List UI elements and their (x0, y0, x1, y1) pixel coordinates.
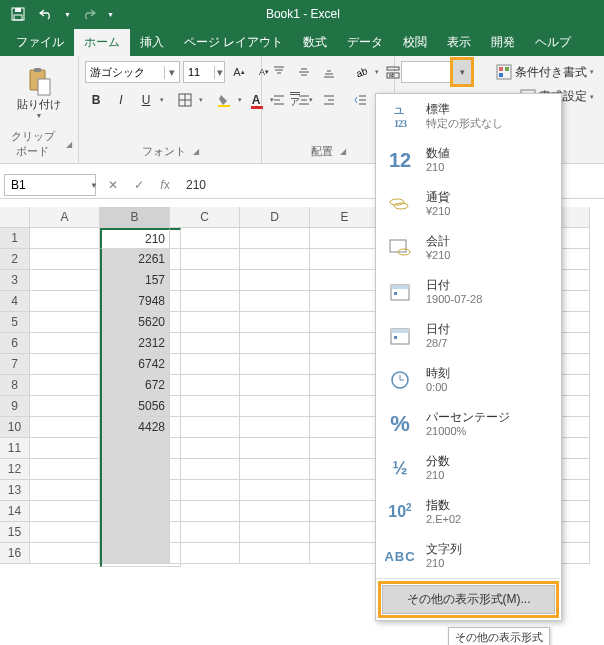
cell[interactable] (310, 228, 380, 249)
row-header[interactable]: 2 (0, 249, 30, 270)
more-number-formats-button[interactable]: その他の表示形式(M)... (382, 585, 555, 614)
row-header[interactable]: 7 (0, 354, 30, 375)
font-size-combo[interactable]: ▾ (183, 61, 225, 83)
cell[interactable] (310, 312, 380, 333)
number-format-option[interactable]: ½分数210 (376, 446, 561, 490)
row-header[interactable]: 9 (0, 396, 30, 417)
cancel-formula-icon[interactable]: ✕ (100, 178, 126, 192)
cell[interactable] (170, 480, 240, 501)
col-header[interactable]: A (30, 207, 100, 228)
cell[interactable] (170, 270, 240, 291)
align-middle-icon[interactable] (293, 60, 315, 84)
number-format-option[interactable]: %パーセンテージ21000% (376, 402, 561, 446)
align-launcher-icon[interactable]: ◢ (340, 147, 346, 156)
cell[interactable]: 6742 (100, 354, 170, 375)
name-box[interactable]: ▼ (4, 174, 96, 196)
bold-button[interactable]: B (85, 88, 107, 112)
cell[interactable] (30, 417, 100, 438)
cell[interactable] (310, 417, 380, 438)
orientation-icon[interactable]: ab (350, 60, 372, 84)
row-header[interactable]: 16 (0, 543, 30, 564)
cell[interactable]: 4428 (100, 417, 170, 438)
cell[interactable] (240, 438, 310, 459)
align-top-icon[interactable] (268, 60, 290, 84)
qat-customize-icon[interactable]: ▼ (107, 11, 114, 18)
row-header[interactable]: 14 (0, 501, 30, 522)
cell[interactable] (170, 354, 240, 375)
cell[interactable] (310, 459, 380, 480)
redo-icon[interactable] (79, 4, 99, 24)
cell[interactable] (310, 543, 380, 564)
cell[interactable] (30, 438, 100, 459)
number-format-option[interactable]: 102指数2.E+02 (376, 490, 561, 534)
cell[interactable] (30, 480, 100, 501)
chevron-down-icon[interactable]: ▾ (375, 68, 379, 76)
cell[interactable] (240, 459, 310, 480)
font-launcher-icon[interactable]: ◢ (193, 147, 199, 156)
col-header[interactable]: B (100, 207, 170, 228)
cell[interactable] (100, 438, 170, 459)
tab-formulas[interactable]: 数式 (293, 29, 337, 56)
cell[interactable] (240, 270, 310, 291)
cell[interactable]: 672 (100, 375, 170, 396)
cell[interactable] (170, 438, 240, 459)
cell[interactable] (310, 291, 380, 312)
cell[interactable]: 5620 (100, 312, 170, 333)
cell[interactable] (30, 375, 100, 396)
cell[interactable]: 7948 (100, 291, 170, 312)
tab-home[interactable]: ホーム (74, 29, 130, 56)
cell[interactable] (310, 501, 380, 522)
cell[interactable] (240, 354, 310, 375)
chevron-down-icon[interactable]: ▾ (199, 96, 203, 104)
clipboard-launcher-icon[interactable]: ◢ (66, 140, 72, 149)
cell[interactable] (170, 396, 240, 417)
cell[interactable] (310, 522, 380, 543)
tab-insert[interactable]: 挿入 (130, 29, 174, 56)
cell[interactable] (310, 438, 380, 459)
cell[interactable] (30, 543, 100, 564)
cell[interactable]: 5056 (100, 396, 170, 417)
cell[interactable] (310, 270, 380, 291)
cell[interactable] (30, 228, 100, 249)
tab-data[interactable]: データ (337, 29, 393, 56)
decrease-indent-icon[interactable] (350, 88, 372, 112)
chevron-down-icon[interactable]: ▾ (160, 96, 164, 104)
number-format-option[interactable]: 時刻0:00 (376, 358, 561, 402)
align-bottom-icon[interactable] (318, 60, 340, 84)
cell[interactable] (170, 333, 240, 354)
row-header[interactable]: 3 (0, 270, 30, 291)
chevron-down-icon[interactable]: ▾ (214, 66, 224, 79)
undo-dropdown-icon[interactable]: ▼ (64, 11, 71, 18)
cell[interactable] (170, 312, 240, 333)
align-center-icon[interactable] (293, 88, 315, 112)
underline-button[interactable]: U (135, 88, 157, 112)
cell[interactable] (310, 333, 380, 354)
cell[interactable]: 210 (100, 228, 170, 249)
cell[interactable] (30, 291, 100, 312)
cell[interactable] (30, 396, 100, 417)
font-name-combo[interactable]: ▾ (85, 61, 180, 83)
row-header[interactable]: 1 (0, 228, 30, 249)
cell[interactable] (30, 522, 100, 543)
chevron-down-icon[interactable]: ▾ (164, 66, 179, 79)
number-format-option[interactable]: 12数値210 (376, 138, 561, 182)
row-header[interactable]: 5 (0, 312, 30, 333)
cell[interactable] (170, 291, 240, 312)
fill-color-button[interactable] (213, 88, 235, 112)
cell[interactable] (170, 228, 240, 249)
insert-function-icon[interactable]: fx (152, 178, 178, 192)
cell[interactable] (170, 501, 240, 522)
select-all-corner[interactable] (0, 207, 30, 228)
cell[interactable]: 2312 (100, 333, 170, 354)
cell[interactable] (170, 417, 240, 438)
italic-button[interactable]: I (110, 88, 132, 112)
col-header[interactable]: E (310, 207, 380, 228)
cell[interactable]: 157 (100, 270, 170, 291)
number-format-option[interactable]: ABC文字列210 (376, 534, 561, 578)
tab-pagelayout[interactable]: ページ レイアウト (174, 29, 293, 56)
cell[interactable] (310, 396, 380, 417)
col-header[interactable]: C (170, 207, 240, 228)
number-format-option[interactable]: 通貨¥210 (376, 182, 561, 226)
row-header[interactable]: 6 (0, 333, 30, 354)
cell[interactable] (240, 396, 310, 417)
